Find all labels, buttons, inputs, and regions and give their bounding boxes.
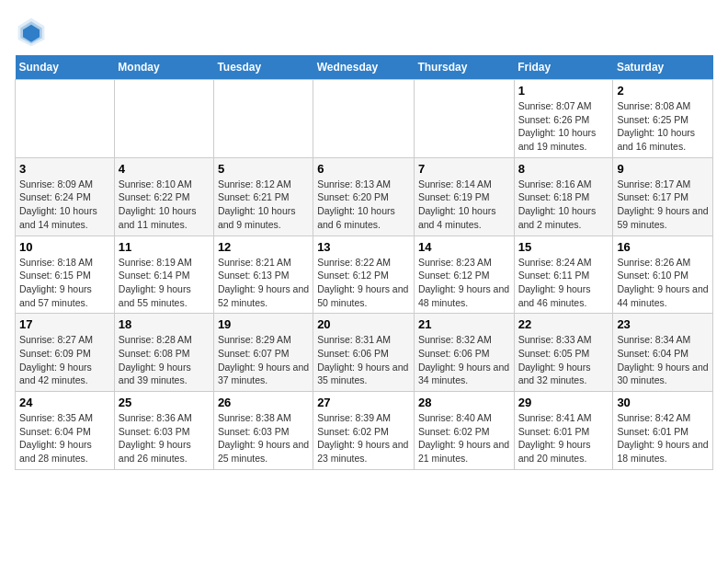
calendar-cell	[414, 80, 514, 158]
day-number: 3	[19, 162, 110, 176]
day-info: Sunrise: 8:10 AM Sunset: 6:22 PM Dayligh…	[119, 178, 210, 232]
calendar-cell: 4Sunrise: 8:10 AM Sunset: 6:22 PM Daylig…	[114, 157, 213, 236]
calendar-cell: 13Sunrise: 8:22 AM Sunset: 6:12 PM Dayli…	[313, 236, 415, 314]
day-info: Sunrise: 8:18 AM Sunset: 6:15 PM Dayligh…	[19, 256, 110, 310]
day-info: Sunrise: 8:42 AM Sunset: 6:01 PM Dayligh…	[617, 411, 709, 465]
day-number: 18	[119, 317, 210, 331]
day-number: 11	[119, 240, 210, 254]
calendar-cell: 2Sunrise: 8:08 AM Sunset: 6:25 PM Daylig…	[613, 80, 713, 158]
weekday-header-thursday: Thursday	[414, 55, 514, 80]
calendar-cell	[213, 80, 313, 158]
calendar-cell: 10Sunrise: 8:18 AM Sunset: 6:15 PM Dayli…	[16, 236, 115, 314]
calendar-cell: 17Sunrise: 8:27 AM Sunset: 6:09 PM Dayli…	[16, 314, 115, 392]
day-info: Sunrise: 8:08 AM Sunset: 6:25 PM Dayligh…	[617, 99, 709, 154]
calendar-cell: 15Sunrise: 8:24 AM Sunset: 6:11 PM Dayli…	[514, 236, 613, 314]
day-number: 22	[518, 317, 609, 331]
calendar-cell: 30Sunrise: 8:42 AM Sunset: 6:01 PM Dayli…	[613, 392, 713, 470]
day-number: 2	[617, 84, 709, 98]
day-number: 28	[418, 396, 510, 409]
weekday-header-friday: Friday	[514, 55, 613, 80]
calendar-cell: 16Sunrise: 8:26 AM Sunset: 6:10 PM Dayli…	[613, 236, 713, 314]
calendar-week-row: 10Sunrise: 8:18 AM Sunset: 6:15 PM Dayli…	[16, 236, 713, 314]
day-info: Sunrise: 8:16 AM Sunset: 6:18 PM Dayligh…	[518, 178, 609, 232]
calendar-cell: 24Sunrise: 8:35 AM Sunset: 6:04 PM Dayli…	[16, 392, 115, 470]
logo	[15, 15, 53, 48]
calendar-cell: 7Sunrise: 8:14 AM Sunset: 6:19 PM Daylig…	[414, 157, 514, 236]
weekday-header-saturday: Saturday	[613, 55, 713, 80]
day-number: 23	[617, 317, 709, 331]
day-info: Sunrise: 8:09 AM Sunset: 6:24 PM Dayligh…	[19, 178, 110, 232]
calendar-cell: 9Sunrise: 8:17 AM Sunset: 6:17 PM Daylig…	[613, 157, 713, 236]
calendar-cell: 14Sunrise: 8:23 AM Sunset: 6:12 PM Dayli…	[414, 236, 514, 314]
calendar-cell: 18Sunrise: 8:28 AM Sunset: 6:08 PM Dayli…	[114, 314, 213, 392]
calendar-cell: 26Sunrise: 8:38 AM Sunset: 6:03 PM Dayli…	[213, 392, 313, 470]
calendar-cell: 5Sunrise: 8:12 AM Sunset: 6:21 PM Daylig…	[213, 157, 313, 236]
day-number: 7	[418, 162, 510, 176]
day-number: 17	[19, 317, 110, 331]
calendar-cell	[114, 80, 213, 158]
day-info: Sunrise: 8:41 AM Sunset: 6:01 PM Dayligh…	[518, 411, 609, 465]
day-info: Sunrise: 8:07 AM Sunset: 6:26 PM Dayligh…	[518, 99, 609, 154]
calendar-cell: 25Sunrise: 8:36 AM Sunset: 6:03 PM Dayli…	[114, 392, 213, 470]
weekday-header-tuesday: Tuesday	[213, 55, 313, 80]
day-number: 21	[418, 317, 510, 331]
day-info: Sunrise: 8:23 AM Sunset: 6:12 PM Dayligh…	[418, 256, 510, 310]
day-info: Sunrise: 8:24 AM Sunset: 6:11 PM Dayligh…	[518, 256, 609, 310]
day-number: 24	[19, 396, 110, 409]
day-number: 10	[19, 240, 110, 254]
day-info: Sunrise: 8:27 AM Sunset: 6:09 PM Dayligh…	[19, 333, 110, 387]
calendar-cell: 6Sunrise: 8:13 AM Sunset: 6:20 PM Daylig…	[313, 157, 415, 236]
page-header	[15, 15, 713, 48]
day-info: Sunrise: 8:21 AM Sunset: 6:13 PM Dayligh…	[218, 256, 309, 310]
calendar-cell	[313, 80, 415, 158]
day-info: Sunrise: 8:38 AM Sunset: 6:03 PM Dayligh…	[218, 411, 309, 465]
weekday-header-sunday: Sunday	[16, 55, 115, 80]
day-number: 16	[617, 240, 709, 254]
day-info: Sunrise: 8:17 AM Sunset: 6:17 PM Dayligh…	[617, 178, 709, 232]
day-number: 19	[218, 317, 309, 331]
day-info: Sunrise: 8:12 AM Sunset: 6:21 PM Dayligh…	[218, 178, 309, 232]
day-info: Sunrise: 8:26 AM Sunset: 6:10 PM Dayligh…	[617, 256, 709, 310]
calendar-cell: 28Sunrise: 8:40 AM Sunset: 6:02 PM Dayli…	[414, 392, 514, 470]
day-info: Sunrise: 8:22 AM Sunset: 6:12 PM Dayligh…	[317, 256, 410, 310]
weekday-header-row: SundayMondayTuesdayWednesdayThursdayFrid…	[16, 55, 713, 80]
day-number: 30	[617, 396, 709, 409]
day-info: Sunrise: 8:36 AM Sunset: 6:03 PM Dayligh…	[119, 411, 210, 465]
day-info: Sunrise: 8:13 AM Sunset: 6:20 PM Dayligh…	[317, 178, 410, 232]
day-info: Sunrise: 8:35 AM Sunset: 6:04 PM Dayligh…	[19, 411, 110, 465]
calendar-cell: 8Sunrise: 8:16 AM Sunset: 6:18 PM Daylig…	[514, 157, 613, 236]
day-info: Sunrise: 8:39 AM Sunset: 6:02 PM Dayligh…	[317, 411, 410, 465]
day-number: 8	[518, 162, 609, 176]
logo-icon	[15, 15, 48, 48]
calendar-cell: 21Sunrise: 8:32 AM Sunset: 6:06 PM Dayli…	[414, 314, 514, 392]
day-number: 5	[218, 162, 309, 176]
day-number: 9	[617, 162, 709, 176]
day-info: Sunrise: 8:19 AM Sunset: 6:14 PM Dayligh…	[119, 256, 210, 310]
day-number: 29	[518, 396, 609, 409]
day-info: Sunrise: 8:33 AM Sunset: 6:05 PM Dayligh…	[518, 333, 609, 387]
calendar-cell: 12Sunrise: 8:21 AM Sunset: 6:13 PM Dayli…	[213, 236, 313, 314]
calendar-week-row: 3Sunrise: 8:09 AM Sunset: 6:24 PM Daylig…	[16, 157, 713, 236]
calendar-cell: 29Sunrise: 8:41 AM Sunset: 6:01 PM Dayli…	[514, 392, 613, 470]
day-number: 6	[317, 162, 410, 176]
calendar-cell: 22Sunrise: 8:33 AM Sunset: 6:05 PM Dayli…	[514, 314, 613, 392]
calendar-cell: 11Sunrise: 8:19 AM Sunset: 6:14 PM Dayli…	[114, 236, 213, 314]
day-number: 25	[119, 396, 210, 409]
calendar-cell: 27Sunrise: 8:39 AM Sunset: 6:02 PM Dayli…	[313, 392, 415, 470]
day-number: 26	[218, 396, 309, 409]
day-number: 14	[418, 240, 510, 254]
day-info: Sunrise: 8:31 AM Sunset: 6:06 PM Dayligh…	[317, 333, 410, 387]
calendar-cell: 20Sunrise: 8:31 AM Sunset: 6:06 PM Dayli…	[313, 314, 415, 392]
calendar-cell: 3Sunrise: 8:09 AM Sunset: 6:24 PM Daylig…	[16, 157, 115, 236]
day-number: 20	[317, 317, 410, 331]
calendar-week-row: 24Sunrise: 8:35 AM Sunset: 6:04 PM Dayli…	[16, 392, 713, 470]
calendar-cell: 19Sunrise: 8:29 AM Sunset: 6:07 PM Dayli…	[213, 314, 313, 392]
day-info: Sunrise: 8:40 AM Sunset: 6:02 PM Dayligh…	[418, 411, 510, 465]
calendar-table: SundayMondayTuesdayWednesdayThursdayFrid…	[15, 55, 713, 470]
day-number: 15	[518, 240, 609, 254]
day-number: 13	[317, 240, 410, 254]
day-info: Sunrise: 8:32 AM Sunset: 6:06 PM Dayligh…	[418, 333, 510, 387]
day-info: Sunrise: 8:34 AM Sunset: 6:04 PM Dayligh…	[617, 333, 709, 387]
day-number: 1	[518, 84, 609, 98]
calendar-cell	[16, 80, 115, 158]
